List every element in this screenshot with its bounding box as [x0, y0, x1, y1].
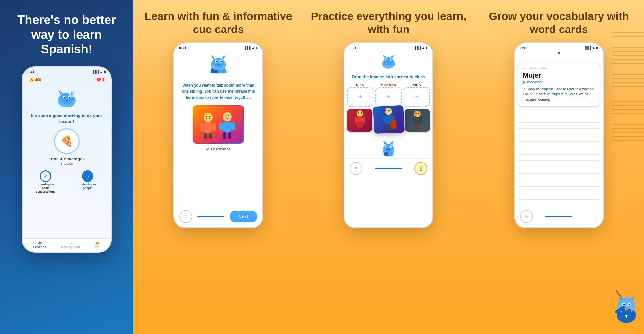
battery-icon-2: ▮	[256, 46, 257, 49]
bucket3-box[interactable]: +	[404, 87, 430, 107]
hint-button[interactable]: 💡	[414, 162, 427, 175]
svg-marker-16	[222, 55, 226, 59]
battery-icon: ▮	[104, 70, 106, 73]
cat-teacher-wrap	[604, 285, 644, 328]
signal-icon: ▐▐▐	[92, 70, 99, 73]
lesson-active-icon: →	[82, 170, 93, 182]
progress-line-3	[375, 168, 402, 169]
word-ref-2: mujer	[551, 92, 560, 96]
bucket-nina: NIÑA +	[404, 83, 430, 107]
buckets-row: NIÑO + HOMBRE + NIÑA +	[344, 82, 432, 108]
nav-coming-soon[interactable]: ✨ Coming soon	[61, 241, 80, 249]
svg-point-92	[623, 304, 625, 306]
svg-rect-57	[386, 123, 389, 130]
hermanos-svg	[194, 106, 243, 143]
svg-rect-24	[200, 123, 204, 131]
progress-line-4	[545, 216, 572, 217]
svg-rect-66	[412, 118, 415, 124]
status-bar-2: 9:41 ▐▐▐ ▲ ▮	[174, 43, 262, 51]
time-3: 9:41	[349, 46, 356, 50]
cue-body-text2: to refer to them together.	[205, 95, 251, 100]
svg-point-44	[386, 60, 387, 61]
status-bar-4: 9:41 ▐▐▐ ▲ ▮	[515, 43, 603, 51]
drag-image-1[interactable]	[347, 109, 372, 132]
lesson-check-icon: ✓	[40, 170, 51, 182]
svg-point-7	[69, 97, 70, 98]
man-guitar-svg	[378, 106, 399, 133]
battery-icon-3: ▮	[426, 46, 428, 49]
time-2: 9:41	[179, 46, 186, 50]
svg-point-22	[204, 113, 213, 122]
svg-rect-31	[231, 122, 235, 130]
cat-svg-2	[204, 52, 233, 76]
heart-icon: ❤️	[96, 78, 101, 82]
svg-point-36	[225, 115, 227, 116]
word-card: FEMININE NOUN Mujer ▶ {moo-hehr} In Span…	[518, 63, 600, 107]
svg-point-6	[64, 97, 65, 98]
svg-rect-33	[228, 132, 231, 139]
wifi-icon: ▲	[100, 70, 103, 73]
cat-svg-3	[377, 53, 400, 70]
phone-nav-1: 📚 Lessons ✨ Coming soon 🐱 You	[23, 238, 111, 252]
progress-line-2	[197, 216, 225, 217]
signal-icon-4: ▐▐▐	[584, 46, 591, 49]
lesson-item-1: ✓ Greetings & basic conversations	[34, 170, 57, 193]
drag-title: Drag the images into correct buckets	[344, 72, 432, 82]
svg-rect-81	[384, 152, 389, 156]
time-4: 9:41	[520, 46, 527, 50]
svg-point-19	[216, 61, 217, 62]
svg-rect-55	[383, 116, 386, 122]
drag-image-3[interactable]	[405, 109, 430, 132]
nav-lessons[interactable]: 📚 Lessons	[33, 241, 46, 249]
cue-text: When you want to talk about more than on…	[179, 80, 257, 104]
svg-rect-27	[209, 133, 212, 139]
notebook-area	[518, 110, 600, 205]
cat-sitting-svg	[377, 136, 400, 157]
bucket2-box[interactable]: +	[375, 87, 402, 107]
nav-lessons-label: Lessons	[33, 245, 46, 249]
wifi-icon-2: ▲	[251, 46, 255, 49]
close-button-2[interactable]: ×	[179, 210, 192, 223]
svg-point-20	[220, 61, 222, 62]
bucket2-label: HOMBRE	[381, 83, 396, 86]
status-bar-1: 9:41 ▐▐▐ ▲ ▮	[23, 67, 111, 75]
word-body: In Spanish, mujer is used to refer to a …	[523, 86, 595, 102]
phone-mockup-2: 9:41 ▐▐▐ ▲ ▮	[173, 42, 263, 228]
svg-marker-75	[383, 141, 387, 145]
phone-header-1: 🔥 400 ❤️ 3	[23, 75, 111, 86]
svg-point-45	[391, 60, 392, 61]
heart-count: 3	[102, 78, 104, 82]
status-icons-3: ▐▐▐ ▲ ▮	[414, 46, 428, 49]
svg-point-50	[361, 112, 362, 114]
wifi-icon-4: ▲	[592, 46, 595, 49]
notebook-lines	[612, 32, 644, 225]
svg-rect-23	[204, 122, 212, 133]
card-content-2: When you want to talk about more than on…	[174, 77, 262, 207]
status-icons-4: ▐▐▐ ▲ ▮	[584, 46, 598, 49]
next-button-2[interactable]: Next	[230, 211, 257, 222]
panel-4: Grow your vocabulary with word cards	[474, 0, 644, 334]
nav-you[interactable]: 🐱 You	[95, 241, 100, 249]
word-type: FEMININE NOUN	[523, 67, 595, 70]
play-icon[interactable]: ▶	[523, 80, 525, 84]
svg-marker-40	[383, 55, 386, 58]
lesson-item-2: → Referring to people	[76, 170, 99, 193]
drag-image-2[interactable]	[373, 105, 404, 134]
bottom-bar-4: ×	[515, 207, 603, 227]
svg-point-34	[206, 116, 207, 117]
signal-icon-2: ▐▐▐	[244, 46, 250, 49]
bucket1-box[interactable]: +	[347, 87, 373, 107]
bottom-bar-3: × 💡	[344, 158, 432, 179]
lesson2-label: Referring to people	[76, 183, 99, 190]
nav-you-label: You	[95, 245, 100, 249]
svg-text:z: z	[71, 91, 73, 96]
drag-images-area	[344, 108, 432, 134]
close-button-4[interactable]: ×	[520, 210, 533, 223]
bucket-hombre: HOMBRE +	[375, 83, 402, 107]
bucket-nino: NIÑO +	[347, 83, 373, 107]
close-button-3[interactable]: ×	[350, 162, 362, 175]
cat-bottom-wrap	[344, 134, 432, 158]
time-1: 9:41	[28, 70, 35, 74]
svg-marker-15	[211, 55, 215, 59]
svg-point-79	[386, 146, 387, 148]
